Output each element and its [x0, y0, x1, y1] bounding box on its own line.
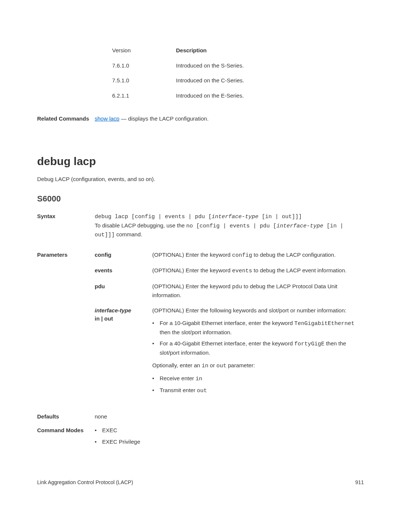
modes-bullets: EXEC EXEC Privilege: [95, 426, 364, 446]
table-row: 6.2.1.1 Introduced on the E-Series.: [112, 89, 244, 103]
list-item: EXEC Privilege: [95, 438, 364, 446]
param-name-events: events: [95, 266, 152, 276]
related-label: Related Commands: [37, 115, 95, 123]
syntax-nocode: no [config | events | pdu [: [186, 223, 277, 229]
table-row: 7.5.1.0 Introduced on the C-Series.: [112, 73, 244, 88]
parameters-section: Parameters config (OPTIONAL) Enter the k…: [37, 251, 364, 405]
syntax-post: [in | out]]]: [258, 214, 302, 220]
page-footer: Link Aggregation Control Protocol (LACP)…: [37, 479, 364, 486]
list-item: EXEC: [95, 426, 364, 435]
description-header: Description: [176, 43, 244, 58]
interface-desc: (OPTIONAL) Enter the following keywords …: [152, 306, 364, 315]
version-header: Version: [112, 43, 175, 58]
param-row: interface-type in | out (OPTIONAL) Enter…: [95, 306, 364, 398]
param-row: config (OPTIONAL) Enter the keyword conf…: [95, 251, 364, 260]
defaults-value: none: [95, 413, 364, 421]
syntax-pre: debug lacp [config | events | pdu [: [95, 214, 212, 220]
show-lacp-link[interactable]: show lacp: [95, 115, 120, 122]
optional-bullets: Receive enter in Transmit enter out: [152, 374, 364, 395]
command-title: debug lacp: [37, 153, 364, 170]
syntax-label: Syntax: [37, 212, 95, 240]
list-item: For a 40-Gigabit Ethernet interface, ent…: [152, 339, 364, 357]
param-row: events (OPTIONAL) Enter the keyword even…: [95, 266, 364, 276]
syntax-nopre: To disable LACP debugging, use the: [95, 222, 186, 229]
syntax-it: interface-type: [212, 214, 258, 220]
model-heading: S6000: [37, 193, 364, 205]
table-row: 7.6.1.0 Introduced on the S-Series.: [112, 59, 244, 73]
param-name-interface: interface-type in | out: [95, 306, 152, 398]
optional-text: Optionally, enter an in or out parameter…: [152, 361, 364, 371]
version-table: Version Description 7.6.1.0 Introduced o…: [111, 43, 245, 104]
syntax-nopost: command.: [115, 231, 142, 237]
param-name-config: config: [95, 251, 152, 260]
modes-label: Command Modes: [37, 426, 95, 449]
list-item: For a 10-Gigabit Ethernet interface, ent…: [152, 319, 364, 336]
related-commands: Related Commands show lacp — displays th…: [37, 115, 364, 123]
defaults-section: Defaults none: [37, 413, 364, 421]
syntax-noit: interface-type: [277, 223, 323, 229]
param-row: pdu (OPTIONAL) Enter the keyword pdu to …: [95, 282, 364, 300]
footer-left: Link Aggregation Control Protocol (LACP): [37, 479, 133, 486]
command-description: Debug LACP (configuration, events, and s…: [37, 175, 364, 184]
syntax-section: Syntax debug lacp [config | events | pdu…: [37, 212, 364, 240]
list-item: Transmit enter out: [152, 386, 364, 395]
interface-bullets: For a 10-Gigabit Ethernet interface, ent…: [152, 319, 364, 357]
related-rest: — displays the LACP configuration.: [120, 115, 209, 122]
list-item: Receive enter in: [152, 374, 364, 384]
param-name-pdu: pdu: [95, 282, 152, 300]
defaults-label: Defaults: [37, 413, 95, 421]
footer-right: 911: [355, 479, 364, 486]
command-modes-section: Command Modes EXEC EXEC Privilege: [37, 426, 364, 449]
parameters-label: Parameters: [37, 251, 95, 405]
